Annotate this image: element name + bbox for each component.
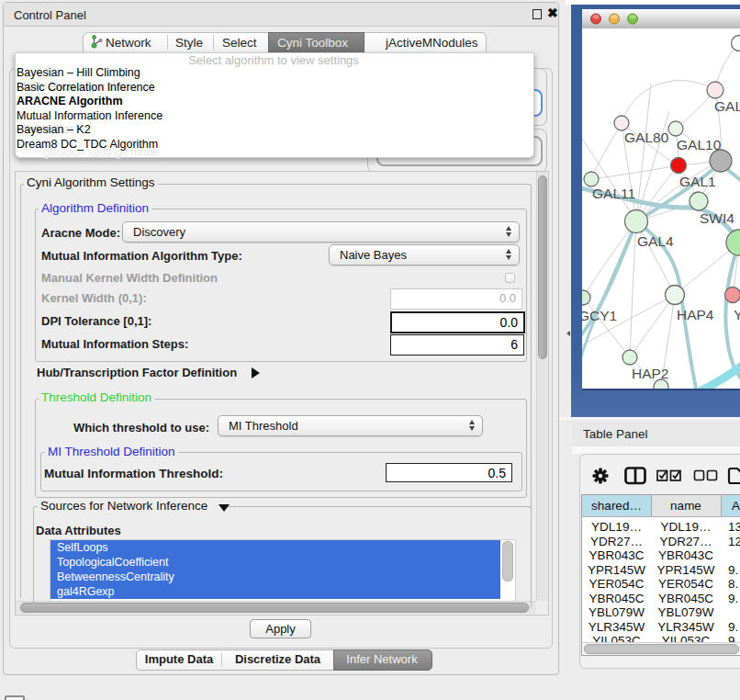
- svg-text:GAL4: GAL4: [637, 233, 674, 249]
- svg-text:Y: Y: [734, 307, 740, 322]
- svg-text:HAP4: HAP4: [677, 307, 714, 322]
- svg-text:GAL: GAL: [714, 98, 740, 114]
- svg-text:GAL10: GAL10: [677, 137, 722, 152]
- svg-text:GAL11: GAL11: [592, 186, 635, 201]
- svg-text:SWI4: SWI4: [700, 210, 734, 226]
- svg-text:GAL80: GAL80: [624, 130, 669, 145]
- svg-text:GAL1: GAL1: [679, 174, 716, 189]
- svg-text:GCY1: GCY1: [582, 308, 617, 323]
- svg-text:HAP2: HAP2: [632, 366, 669, 381]
